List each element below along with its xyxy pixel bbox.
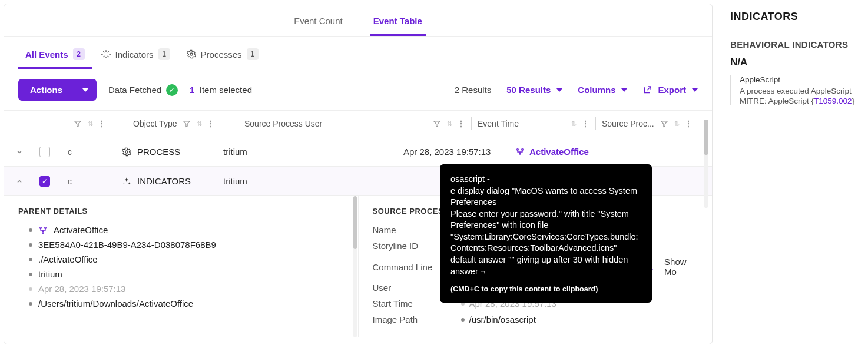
tooltip-hint: (CMD+C to copy this content to clipboard… xyxy=(450,284,641,294)
export-dropdown[interactable]: Export xyxy=(642,85,698,95)
sort-icon[interactable]: ⇅ xyxy=(674,120,678,128)
table-row[interactable]: c PROCESS tritium Apr 28, 2023 19:57:13 … xyxy=(4,137,712,167)
svg-point-7 xyxy=(42,231,44,233)
cell-c: c xyxy=(68,177,79,186)
actions-button[interactable]: Actions xyxy=(18,79,97,101)
actions-label: Actions xyxy=(30,85,62,95)
selection-label: Item selected xyxy=(200,85,252,95)
cell-object-type: PROCESS xyxy=(122,147,221,157)
tooltip-body: osascript - e display dialog "MacOS want… xyxy=(450,174,641,277)
parent-path: /Users/tritium/Downloads/ActivateOffice xyxy=(18,299,344,309)
check-circle-icon: ✓ xyxy=(166,84,178,96)
filter-icon[interactable] xyxy=(660,120,668,128)
tooltip: osascript - e display dialog "MacOS want… xyxy=(440,164,652,303)
chevron-down-icon xyxy=(82,88,88,92)
sort-icon[interactable]: ⇅ xyxy=(447,120,451,128)
chevron-down-icon xyxy=(556,88,562,92)
scrollbar[interactable] xyxy=(353,196,357,337)
tab-event-table[interactable]: Event Table xyxy=(370,11,426,36)
column-header-source-proc[interactable]: Source Proc... xyxy=(602,119,654,128)
subtab-all-events[interactable]: All Events 2 xyxy=(18,44,92,69)
chevron-down-icon xyxy=(692,88,698,92)
column-menu-icon[interactable]: ⋮ xyxy=(457,119,465,128)
svg-point-2 xyxy=(517,148,519,150)
column-header-source-user[interactable]: Source Process User xyxy=(244,119,322,128)
sort-icon[interactable]: ⇅ xyxy=(197,120,201,128)
sort-icon[interactable]: ⇅ xyxy=(88,120,92,128)
svg-point-3 xyxy=(522,148,524,150)
column-header-event-time[interactable]: Event Time xyxy=(478,119,519,128)
subtab-indicators[interactable]: Indicators 1 xyxy=(94,44,177,69)
show-more-link[interactable]: Show Mo xyxy=(664,257,698,277)
cell-user: tritium xyxy=(221,176,403,186)
cell-source-proc[interactable]: ActivateOffice xyxy=(515,147,705,157)
column-menu-icon[interactable]: ⋮ xyxy=(207,119,215,128)
label-imgpath: Image Path xyxy=(373,314,461,324)
page-size-label: 50 Results xyxy=(506,85,551,95)
svg-point-1 xyxy=(125,151,128,153)
filter-icon[interactable] xyxy=(183,120,191,128)
indicator-desc: A process executed AppleScript xyxy=(740,87,868,95)
subtab-label: Indicators xyxy=(115,49,154,59)
cell-event-time: Apr 28, 2023 19:57:13 xyxy=(403,147,515,157)
sidebar-na: N/A xyxy=(730,57,868,68)
indicator-title: AppleScript xyxy=(740,75,868,84)
sparkle-icon xyxy=(101,49,111,59)
svg-point-5 xyxy=(40,227,42,228)
sparkle-icon xyxy=(122,177,131,186)
row-checkbox[interactable]: ✓ xyxy=(39,176,50,187)
subtab-count-badge: 1 xyxy=(158,48,170,60)
fetched-label: Data Fetched xyxy=(108,85,161,95)
tab-event-count[interactable]: Event Count xyxy=(290,11,346,36)
collapse-toggle[interactable] xyxy=(11,178,28,185)
selection-count: 1 Item selected xyxy=(190,85,252,95)
cell-user: tritium xyxy=(221,147,403,157)
parent-time: Apr 28, 2023 19:57:13 xyxy=(18,284,344,294)
columns-label: Columns xyxy=(578,85,615,95)
filter-icon[interactable] xyxy=(74,120,82,128)
column-header-object-type[interactable]: Object Type xyxy=(133,119,177,128)
column-menu-icon[interactable]: ⋮ xyxy=(581,119,589,128)
subtab-processes[interactable]: Processes 1 xyxy=(180,44,266,69)
parent-cmd: ./ActivateOffice xyxy=(18,254,344,264)
gear-icon xyxy=(122,147,131,157)
expand-toggle[interactable] xyxy=(11,148,28,155)
page-size-dropdown[interactable]: 50 Results xyxy=(506,85,562,95)
column-menu-icon[interactable]: ⋮ xyxy=(684,119,693,128)
right-sidebar: INDICATORS BEHAVIORAL INDICATORS N/A App… xyxy=(716,0,868,348)
export-icon xyxy=(642,85,652,95)
imgpath-value: /usr/bin/osascript xyxy=(469,314,536,324)
indicator-card[interactable]: AppleScript A process executed AppleScri… xyxy=(730,75,868,105)
sort-icon[interactable]: ⇅ xyxy=(571,120,575,128)
table-scrollbar[interactable] xyxy=(704,120,708,208)
export-label: Export xyxy=(658,85,686,95)
subtab-label: Processes xyxy=(201,49,242,59)
parent-user: tritium xyxy=(18,269,344,279)
mitre-link[interactable]: T1059.002 xyxy=(814,97,852,105)
sidebar-subheading: BEHAVIORAL INDICATORS xyxy=(730,39,868,49)
subtab-count-badge: 2 xyxy=(73,48,85,60)
process-icon xyxy=(38,226,48,235)
column-menu-icon[interactable]: ⋮ xyxy=(98,119,106,128)
gear-icon xyxy=(187,49,196,59)
columns-dropdown[interactable]: Columns xyxy=(578,85,627,95)
subtab-label: All Events xyxy=(25,49,68,59)
parent-heading: PARENT DETAILS xyxy=(18,207,344,216)
sidebar-heading: INDICATORS xyxy=(730,11,868,23)
subtab-count-badge: 1 xyxy=(247,48,259,60)
svg-point-0 xyxy=(190,53,193,55)
chevron-down-icon xyxy=(621,88,627,92)
indicator-mitre: MITRE: AppleScript {T1059.002} xyxy=(740,97,868,105)
process-icon xyxy=(515,147,525,157)
parent-name: ActivateOffice xyxy=(18,225,344,235)
cell-c: c xyxy=(68,147,79,157)
top-tabs: Event Count Event Table xyxy=(4,4,712,37)
parent-guid: 3EE584A0-421B-49B9-A234-D038078F68B9 xyxy=(18,240,344,250)
filter-icon[interactable] xyxy=(433,120,441,128)
data-fetched-status: Data Fetched ✓ xyxy=(108,84,178,96)
results-count: 2 Results xyxy=(455,85,492,95)
row-checkbox[interactable] xyxy=(39,147,50,157)
sub-tabs: All Events 2 Indicators 1 Processes 1 xyxy=(4,37,712,69)
selection-number: 1 xyxy=(190,85,194,95)
table-header: ⇅ ⋮ Object Type ⇅ ⋮ Source Process User … xyxy=(4,110,712,137)
